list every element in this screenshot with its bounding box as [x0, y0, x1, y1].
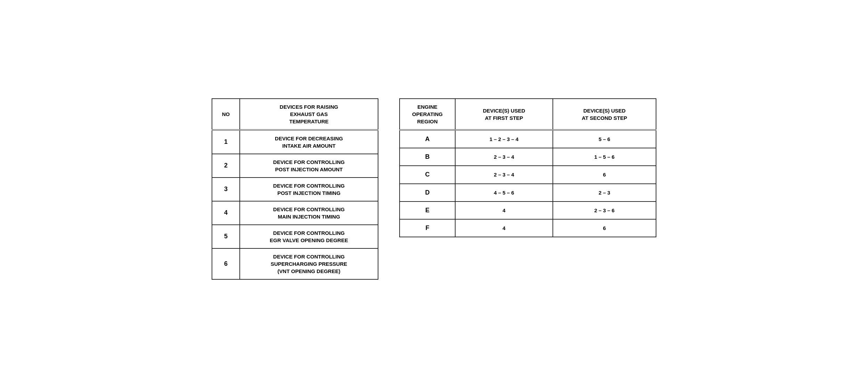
right-table-row: F46 [400, 219, 656, 237]
page-container: NO DEVICES FOR RAISINGEXHAUST GASTEMPERA… [212, 98, 656, 280]
left-row-device: DEVICE FOR CONTROLLINGMAIN INJECTION TIM… [240, 201, 378, 225]
left-row-device: DEVICE FOR DECREASINGINTAKE AIR AMOUNT [240, 130, 378, 154]
left-row-no: 1 [212, 130, 240, 154]
right-header-region: ENGINEOPERATINGREGION [400, 99, 455, 130]
left-table-row: 6DEVICE FOR CONTROLLINGSUPERCHARGING PRE… [212, 248, 378, 279]
right-table-row: D4 – 5 – 62 – 3 [400, 184, 656, 202]
right-row-region: D [400, 184, 455, 202]
left-table: NO DEVICES FOR RAISINGEXHAUST GASTEMPERA… [212, 98, 378, 280]
left-header-devices: DEVICES FOR RAISINGEXHAUST GASTEMPERATUR… [240, 99, 378, 130]
right-row-second-step: 2 – 3 – 6 [553, 202, 656, 219]
right-table: ENGINEOPERATINGREGION DEVICE(S) USEDAT F… [399, 98, 656, 237]
right-row-second-step: 6 [553, 166, 656, 183]
left-table-row: 4DEVICE FOR CONTROLLINGMAIN INJECTION TI… [212, 201, 378, 225]
right-table-row: E42 – 3 – 6 [400, 202, 656, 219]
right-row-second-step: 6 [553, 219, 656, 237]
left-table-row: 5DEVICE FOR CONTROLLINGEGR VALVE OPENING… [212, 225, 378, 248]
left-row-no: 6 [212, 248, 240, 279]
left-row-no: 2 [212, 154, 240, 178]
right-header-second-step: DEVICE(S) USEDAT SECOND STEP [553, 99, 656, 130]
right-row-region: E [400, 202, 455, 219]
right-row-second-step: 1 – 5 – 6 [553, 148, 656, 166]
right-row-first-step: 4 – 5 – 6 [455, 184, 553, 202]
left-row-device: DEVICE FOR CONTROLLINGEGR VALVE OPENING … [240, 225, 378, 248]
left-row-no: 5 [212, 225, 240, 248]
right-row-region: B [400, 148, 455, 166]
left-row-device: DEVICE FOR CONTROLLINGPOST INJECTION AMO… [240, 154, 378, 178]
right-row-second-step: 2 – 3 [553, 184, 656, 202]
right-row-first-step: 2 – 3 – 4 [455, 166, 553, 183]
right-row-first-step: 1 – 2 – 3 – 4 [455, 130, 553, 148]
left-table-row: 1DEVICE FOR DECREASINGINTAKE AIR AMOUNT [212, 130, 378, 154]
right-table-row: A1 – 2 – 3 – 45 – 6 [400, 130, 656, 148]
right-row-region: A [400, 130, 455, 148]
left-table-row: 3DEVICE FOR CONTROLLINGPOST INJECTION TI… [212, 178, 378, 201]
right-row-region: C [400, 166, 455, 183]
right-row-second-step: 5 – 6 [553, 130, 656, 148]
right-row-first-step: 2 – 3 – 4 [455, 148, 553, 166]
left-row-device: DEVICE FOR CONTROLLINGSUPERCHARGING PRES… [240, 248, 378, 279]
right-row-first-step: 4 [455, 202, 553, 219]
right-header-first-step: DEVICE(S) USEDAT FIRST STEP [455, 99, 553, 130]
right-row-region: F [400, 219, 455, 237]
right-row-first-step: 4 [455, 219, 553, 237]
left-row-no: 4 [212, 201, 240, 225]
left-row-no: 3 [212, 178, 240, 201]
left-header-no: NO [212, 99, 240, 130]
right-table-row: C2 – 3 – 46 [400, 166, 656, 183]
left-row-device: DEVICE FOR CONTROLLINGPOST INJECTION TIM… [240, 178, 378, 201]
right-table-row: B2 – 3 – 41 – 5 – 6 [400, 148, 656, 166]
left-table-row: 2DEVICE FOR CONTROLLINGPOST INJECTION AM… [212, 154, 378, 178]
